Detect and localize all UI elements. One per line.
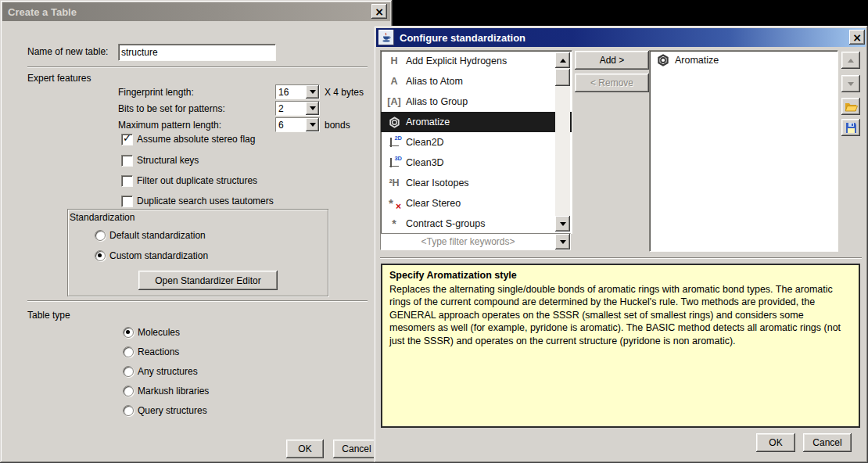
configure-standardization-titlebar[interactable]: Configure standardization: [376, 28, 866, 47]
move-down-icon[interactable]: [841, 75, 860, 92]
add-button[interactable]: Add >: [575, 51, 649, 70]
list-item[interactable]: A Alias to Atom: [381, 71, 572, 92]
info-panel: Specify Aromatization style Replaces the…: [381, 264, 860, 428]
table-type-label: Table type: [27, 310, 70, 321]
selected-actions-list[interactable]: Aromatize: [649, 50, 838, 252]
ok-label: OK: [769, 437, 782, 448]
list-item-label: Aromatize: [406, 117, 450, 127]
ok-button[interactable]: OK: [756, 433, 795, 452]
list-item[interactable]: H Add Explicit Hydrogens: [381, 51, 572, 71]
clear-stereo-icon: *: [386, 198, 403, 209]
custom-standardization-label: Custom standardization: [109, 250, 208, 261]
assume-absolute-stereo-checkbox[interactable]: ✓: [121, 134, 133, 145]
max-pattern-combo[interactable]: 6: [275, 117, 320, 132]
list-item-label: Clear Isotopes: [406, 178, 469, 188]
close-icon[interactable]: ×: [849, 30, 865, 45]
list-item[interactable]: * Clear Stereo: [381, 193, 572, 214]
dialog-title: Configure standardization: [400, 32, 525, 44]
save-icon[interactable]: [841, 119, 860, 136]
reactions-radio[interactable]: [123, 346, 134, 357]
cancel-button[interactable]: Cancel: [333, 440, 380, 458]
duplicate-tautomers-checkbox[interactable]: ✓: [121, 196, 133, 207]
chevron-down-icon[interactable]: [306, 85, 319, 99]
bits-patterns-combo[interactable]: 2: [275, 101, 320, 116]
structural-keys-checkbox[interactable]: ✓: [121, 155, 133, 167]
scrollbar-thumb[interactable]: [555, 69, 570, 86]
list-item[interactable]: 3D Clean3D: [381, 153, 572, 173]
scrollbar[interactable]: [555, 52, 570, 232]
ok-button[interactable]: OK: [286, 440, 324, 458]
clean3d-icon: 3D: [386, 157, 403, 168]
filter-duplicates-label: Filter out duplicate structures: [137, 175, 257, 186]
list-item-label: Clean3D: [406, 157, 444, 168]
list-item[interactable]: ²H Clear Isotopes: [381, 173, 572, 193]
add-label: Add >: [600, 55, 625, 66]
open-standardizer-editor-button[interactable]: Open Standardizer Editor: [138, 271, 278, 290]
list-item-label: Clear Stereo: [406, 198, 461, 209]
markush-libraries-radio[interactable]: [123, 386, 134, 397]
query-structures-label: Query structures: [138, 405, 207, 416]
list-item-label: Alias to Group: [406, 96, 468, 107]
custom-standardization-radio[interactable]: [95, 250, 106, 261]
table-name-value: structure: [121, 47, 158, 58]
structural-keys-label: Structural keys: [137, 155, 199, 166]
chevron-down-icon[interactable]: [306, 118, 319, 131]
divider: [27, 300, 368, 302]
table-name-input[interactable]: structure: [118, 44, 276, 61]
list-item-label: Clean2D: [406, 137, 444, 148]
name-of-new-table-label: Name of new table:: [27, 46, 108, 57]
list-item-label: Add Explicit Hydrogens: [406, 56, 507, 66]
chevron-down-icon[interactable]: [555, 234, 570, 249]
cancel-button[interactable]: Cancel: [803, 433, 852, 452]
expert-features-label: Expert features: [27, 73, 91, 84]
any-structures-radio[interactable]: [123, 366, 134, 377]
close-icon[interactable]: ×: [371, 4, 387, 19]
fingerprint-length-combo[interactable]: 16: [275, 84, 320, 99]
alias-to-group-icon: [A]: [386, 96, 403, 107]
open-standardizer-editor-label: Open Standardizer Editor: [155, 275, 260, 286]
info-title: Specify Aromatization style: [389, 269, 852, 282]
configure-standardization-dialog: Configure standardization × H Add Explic…: [374, 26, 868, 463]
query-structures-radio[interactable]: [123, 405, 134, 416]
any-structures-label: Any structures: [138, 366, 198, 377]
list-item[interactable]: * Contract S-groups: [381, 214, 572, 234]
list-item-label: Contract S-groups: [406, 218, 485, 229]
bits-patterns-value: 2: [276, 102, 306, 115]
add-explicit-hydrogens-icon: H: [386, 56, 403, 66]
remove-button[interactable]: < Remove: [575, 74, 649, 92]
molecules-label: Molecules: [138, 327, 180, 338]
max-pattern-label: Maximum pattern length:: [118, 120, 221, 131]
standardization-group-label: Standardization: [70, 212, 135, 223]
filter-keywords-combo[interactable]: <Type filter keywords>: [380, 233, 571, 250]
markush-libraries-label: Markush libraries: [138, 386, 209, 397]
available-actions-list[interactable]: H Add Explicit Hydrogens A Alias to Atom…: [380, 50, 572, 234]
default-standardization-radio[interactable]: [95, 230, 106, 241]
open-folder-icon[interactable]: [841, 98, 860, 115]
java-icon: [378, 30, 394, 45]
chevron-down-icon[interactable]: [306, 102, 319, 115]
molecules-radio[interactable]: [123, 327, 134, 338]
clear-isotopes-icon: ²H: [386, 178, 403, 188]
dialog-title: Create a Table: [8, 6, 77, 18]
alias-to-atom-icon: A: [386, 76, 403, 87]
reactions-label: Reactions: [138, 346, 179, 357]
filter-placeholder: <Type filter keywords>: [381, 234, 555, 249]
divider: [27, 66, 368, 68]
cancel-label: Cancel: [342, 443, 371, 454]
create-table-titlebar[interactable]: Create a Table: [2, 2, 390, 21]
scroll-up-icon[interactable]: [555, 52, 570, 68]
max-pattern-value: 6: [276, 118, 306, 131]
list-item[interactable]: Aromatize: [381, 112, 572, 132]
list-item[interactable]: Aromatize: [650, 51, 838, 70]
create-table-dialog: Create a Table × Name of new table: stru…: [0, 0, 393, 463]
filter-duplicates-checkbox[interactable]: ✓: [121, 175, 133, 187]
duplicate-tautomers-label: Duplicate search uses tautomers: [137, 196, 274, 206]
cancel-label: Cancel: [812, 437, 841, 448]
list-item[interactable]: 2D Clean2D: [381, 132, 572, 153]
list-item-label: Alias to Atom: [406, 76, 463, 87]
list-item[interactable]: [A] Alias to Group: [381, 92, 572, 112]
scroll-down-icon[interactable]: [555, 216, 570, 232]
aromatize-icon: [655, 54, 672, 66]
move-up-icon[interactable]: [841, 52, 860, 69]
desktop: Create a Table × Name of new table: stru…: [0, 0, 868, 463]
